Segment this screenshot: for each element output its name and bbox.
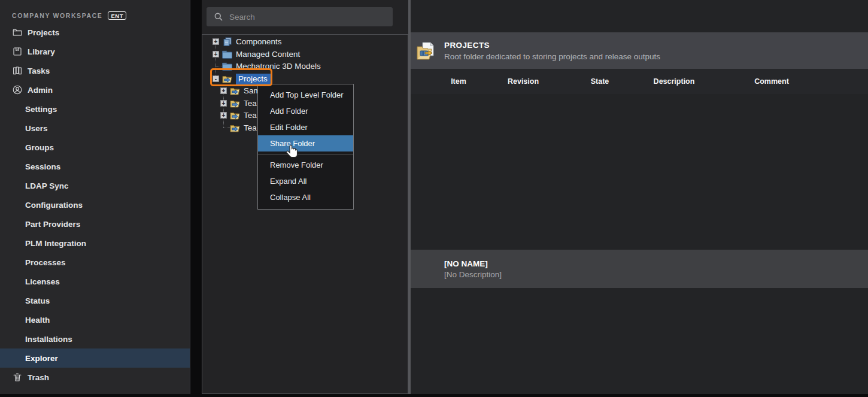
sidebar-item-installations[interactable]: Installations bbox=[0, 329, 190, 348]
menu-separator bbox=[258, 154, 353, 155]
sidebar-item-label: PLM Integration bbox=[25, 239, 86, 248]
sidebar-item-label: Processes bbox=[25, 258, 66, 267]
folder-open-shared-icon bbox=[229, 111, 241, 120]
app-window: COMPANY WORKSPACE ENT Projects Library T… bbox=[0, 0, 868, 397]
sidebar-item-health[interactable]: Health bbox=[0, 310, 190, 329]
tree-node-label: Tea bbox=[244, 123, 257, 132]
folder-detail-panel: PROJECTS Root folder dedicated to storin… bbox=[411, 0, 868, 394]
expand-toggle-icon[interactable]: + bbox=[220, 112, 227, 119]
tree-node-managed-content[interactable]: + Managed Content bbox=[213, 48, 300, 60]
folder-open-shared-icon bbox=[229, 99, 241, 108]
library-icon bbox=[12, 46, 23, 57]
sidebar-item-label: Configurations bbox=[25, 201, 83, 210]
tree-node-label: Managed Content bbox=[236, 50, 300, 59]
expand-toggle-icon[interactable]: + bbox=[220, 87, 227, 94]
search-icon bbox=[214, 12, 223, 22]
workspace-title: COMPANY WORKSPACE bbox=[12, 12, 102, 19]
workspace-header: COMPANY WORKSPACE ENT bbox=[0, 0, 190, 23]
sidebar-item-label: Tasks bbox=[28, 66, 50, 75]
column-header-comment[interactable]: Comment bbox=[754, 77, 789, 86]
sidebar-item-label: LDAP Sync bbox=[25, 181, 69, 190]
column-header-revision[interactable]: Revision bbox=[508, 77, 539, 86]
expand-toggle-icon[interactable]: + bbox=[213, 38, 219, 45]
context-menu: Add Top Level Folder Add Folder Edit Fol… bbox=[257, 84, 354, 210]
trash-icon bbox=[12, 372, 23, 383]
sidebar-item-tasks[interactable]: Tasks bbox=[0, 61, 190, 80]
selection-info-bar: [NO NAME] [No Description] bbox=[411, 250, 868, 288]
sidebar-item-sessions[interactable]: Sessions bbox=[0, 157, 190, 176]
column-header-state[interactable]: State bbox=[591, 77, 609, 86]
components-icon bbox=[221, 37, 233, 47]
sidebar-item-projects[interactable]: Projects bbox=[0, 23, 190, 42]
column-header-item[interactable]: Item bbox=[451, 77, 466, 86]
expand-toggle-icon[interactable]: + bbox=[213, 51, 219, 57]
sidebar-item-processes[interactable]: Processes bbox=[0, 253, 190, 272]
folder-open-shared-icon bbox=[221, 74, 233, 84]
search-input[interactable] bbox=[229, 13, 379, 22]
sidebar-item-ldap-sync[interactable]: LDAP Sync bbox=[0, 176, 190, 195]
menu-item-share-folder[interactable]: Share Folder bbox=[258, 135, 353, 151]
tree-node-team-3[interactable]: Tea bbox=[220, 122, 257, 134]
sidebar: COMPANY WORKSPACE ENT Projects Library T… bbox=[0, 0, 190, 394]
folder-closed-icon bbox=[221, 62, 233, 71]
menu-item-add-folder[interactable]: Add Folder bbox=[258, 103, 353, 119]
tree-node-projects[interactable]: - Projects bbox=[213, 72, 271, 85]
sidebar-item-explorer[interactable]: Explorer bbox=[0, 348, 190, 368]
tree-node-team-1[interactable]: + Tea bbox=[220, 97, 257, 110]
sidebar-item-label: Settings bbox=[25, 105, 57, 114]
sidebar-item-part-providers[interactable]: Part Providers bbox=[0, 214, 190, 234]
tree-node-label-selected: Projects bbox=[236, 74, 271, 84]
sidebar-item-label: Admin bbox=[28, 86, 53, 95]
sidebar-item-label: Sessions bbox=[25, 162, 60, 171]
item-table-body-empty bbox=[411, 94, 868, 250]
tree-node-label: Tea bbox=[244, 99, 257, 108]
tree-node-mechatronic-3d-models[interactable]: Mechatronic 3D Models bbox=[213, 60, 321, 72]
sidebar-item-label: Groups bbox=[25, 143, 54, 152]
projects-folder-icon bbox=[415, 41, 436, 61]
menu-item-add-top-level-folder[interactable]: Add Top Level Folder bbox=[258, 87, 353, 103]
tree-node-label: Tea bbox=[244, 111, 257, 120]
sidebar-item-label: Users bbox=[25, 124, 48, 133]
folder-icon bbox=[12, 27, 23, 38]
menu-item-expand-all[interactable]: Expand All bbox=[258, 173, 353, 189]
detail-subtitle: Root folder dedicated to storing project… bbox=[444, 52, 660, 61]
detail-header-text: PROJECTS Root folder dedicated to storin… bbox=[444, 41, 660, 61]
menu-item-collapse-all[interactable]: Collapse All bbox=[258, 189, 353, 205]
tree-node-components[interactable]: + Components bbox=[213, 35, 282, 48]
folder-open-shared-icon bbox=[229, 123, 241, 133]
detail-header-bar: PROJECTS Root folder dedicated to storin… bbox=[411, 32, 868, 69]
sidebar-item-label: Library bbox=[28, 47, 55, 56]
sidebar-item-trash[interactable]: Trash bbox=[0, 368, 190, 387]
sidebar-item-users[interactable]: Users bbox=[0, 119, 190, 138]
menu-item-remove-folder[interactable]: Remove Folder bbox=[258, 157, 353, 173]
enterprise-badge: ENT bbox=[108, 11, 126, 20]
search-box[interactable] bbox=[207, 7, 393, 26]
sidebar-item-label: Part Providers bbox=[25, 220, 80, 229]
tree-node-label: Components bbox=[236, 37, 282, 46]
sidebar-item-admin[interactable]: Admin bbox=[0, 80, 190, 99]
sidebar-item-label: Health bbox=[25, 316, 50, 325]
sidebar-item-licenses[interactable]: Licenses bbox=[0, 272, 190, 291]
sidebar-item-plm-integration[interactable]: PLM Integration bbox=[0, 234, 190, 253]
item-table-header: Item Revision State Description Comment bbox=[411, 69, 868, 94]
sidebar-item-status[interactable]: Status bbox=[0, 291, 190, 310]
collapse-toggle-icon[interactable]: - bbox=[213, 75, 219, 82]
tree-node-samples[interactable]: + Sam bbox=[220, 84, 260, 97]
sidebar-item-label: Trash bbox=[28, 373, 49, 382]
menu-item-edit-folder[interactable]: Edit Folder bbox=[258, 119, 353, 135]
sidebar-item-settings[interactable]: Settings bbox=[0, 99, 190, 119]
admin-user-icon bbox=[12, 84, 23, 95]
sidebar-item-label: Installations bbox=[25, 335, 72, 344]
sidebar-item-library[interactable]: Library bbox=[0, 42, 190, 61]
tree-node-team-2[interactable]: + Tea bbox=[220, 109, 257, 122]
detail-title: PROJECTS bbox=[444, 41, 660, 50]
sidebar-item-label: Explorer bbox=[25, 354, 58, 363]
tree-node-label: Mechatronic 3D Models bbox=[236, 62, 321, 71]
sidebar-item-label: Licenses bbox=[25, 277, 60, 286]
expand-toggle-icon[interactable]: + bbox=[220, 100, 227, 107]
sidebar-item-configurations[interactable]: Configurations bbox=[0, 195, 190, 214]
column-header-description[interactable]: Description bbox=[654, 77, 695, 86]
sidebar-item-groups[interactable]: Groups bbox=[0, 138, 190, 157]
sidebar-item-label: Status bbox=[25, 296, 50, 305]
sidebar-item-label: Projects bbox=[28, 28, 59, 37]
